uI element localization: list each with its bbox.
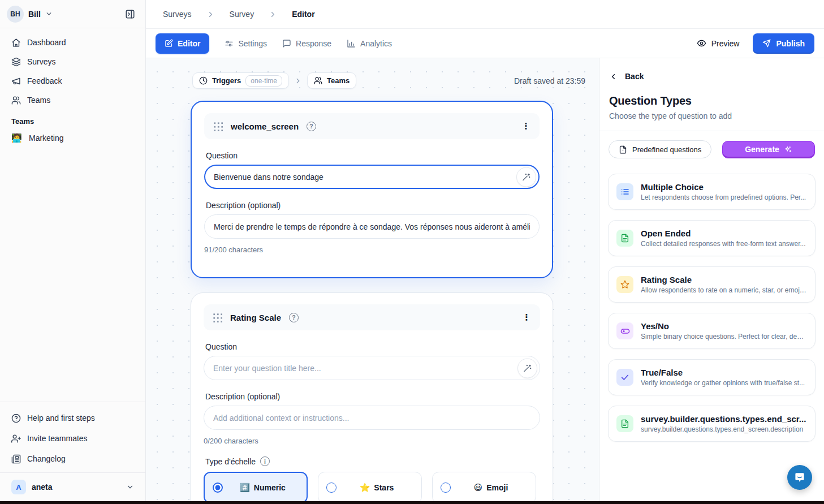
sidebar-item-label: Feedback xyxy=(27,76,62,85)
question-type-end-screen[interactable]: survey.builder.questions.types.end_scr..… xyxy=(608,406,816,442)
triggers-pill[interactable]: Triggers one-time xyxy=(192,72,289,89)
ai-rewrite-button[interactable] xyxy=(516,167,536,187)
breadcrumb: Surveys Survey Editor xyxy=(146,0,824,29)
question-type-open-ended[interactable]: Open Ended Collect detailed responses wi… xyxy=(608,220,816,256)
sidebar-item-label: Changelog xyxy=(27,454,66,463)
sliders-icon xyxy=(225,39,234,48)
question-type-description: Let respondents choose from predefined o… xyxy=(641,193,807,201)
eye-icon xyxy=(697,38,706,48)
ai-rewrite-button[interactable] xyxy=(517,358,537,378)
chat-widget-button[interactable] xyxy=(787,465,812,490)
tab-analytics[interactable]: Analytics xyxy=(347,39,392,48)
sidebar-item-label: Dashboard xyxy=(27,38,66,47)
help-circle-icon xyxy=(11,413,21,423)
back-button[interactable]: Back xyxy=(599,58,824,81)
radio-icon[interactable] xyxy=(326,483,336,493)
radio-icon[interactable] xyxy=(441,483,451,493)
question-type-true-false[interactable]: True/False Verify knowledge or gather op… xyxy=(608,359,816,395)
clock-icon xyxy=(199,76,208,85)
account-menu[interactable]: A aneta xyxy=(7,473,139,501)
layers-icon xyxy=(11,57,21,67)
question-type-rating-scale[interactable]: Rating Scale Allow respondents to rate o… xyxy=(608,266,816,303)
description-input[interactable] xyxy=(213,413,530,423)
scale-option-emoji[interactable]: 😃 Emoji xyxy=(432,472,536,503)
scale-option-numeric[interactable]: #️⃣ Numeric xyxy=(204,472,308,503)
question-input[interactable] xyxy=(213,364,510,373)
sidebar-item-label: Surveys xyxy=(27,57,56,66)
drag-handle-icon[interactable] xyxy=(213,121,223,131)
description-input-wrap xyxy=(204,406,540,430)
question-type-yes-no[interactable]: Yes/No Simple binary choice questions. P… xyxy=(608,313,816,349)
card-header[interactable]: welcome_screen xyxy=(204,113,540,139)
char-count: 91/200 characters xyxy=(204,245,540,254)
tab-editor[interactable]: Editor xyxy=(156,33,209,54)
question-type-title: Open Ended xyxy=(641,229,807,238)
question-type-title: survey.builder.questions.types.end_scr..… xyxy=(641,414,807,424)
collapse-sidebar-button[interactable] xyxy=(122,6,139,23)
breadcrumb-survey[interactable]: Survey xyxy=(230,10,254,19)
sidebar-item-changelog[interactable]: Changelog xyxy=(7,449,139,469)
smiley-emoji-icon: 😃 xyxy=(474,483,483,493)
publish-label: Publish xyxy=(776,39,805,48)
tab-response[interactable]: Response xyxy=(282,39,331,48)
question-type-title: True/False xyxy=(641,368,807,377)
sidebar-item-surveys[interactable]: Surveys xyxy=(7,52,139,71)
send-icon xyxy=(762,39,771,48)
radio-checked-icon[interactable] xyxy=(213,483,223,493)
sidebar-item-teams[interactable]: Teams xyxy=(7,91,139,110)
tab-label: Settings xyxy=(238,39,267,48)
sidebar-item-help[interactable]: Help and first steps xyxy=(7,408,139,428)
panel-subtitle: Choose the type of question to add xyxy=(599,111,824,120)
preview-button[interactable]: Preview xyxy=(697,38,740,48)
question-type-multiple-choice[interactable]: Multiple Choice Let respondents choose f… xyxy=(608,174,816,210)
chevron-right-icon xyxy=(294,77,302,85)
kebab-menu-icon[interactable] xyxy=(521,121,531,131)
question-label: Question xyxy=(206,151,538,160)
window-edge xyxy=(0,501,824,504)
rating-scale-card[interactable]: Rating Scale Question Description (optio… xyxy=(191,292,553,504)
welcome-screen-card[interactable]: welcome_screen Question Description (opt… xyxy=(191,101,553,278)
description-input[interactable] xyxy=(214,222,530,231)
predefined-questions-button[interactable]: Predefined questions xyxy=(609,140,711,158)
breadcrumb-surveys[interactable]: Surveys xyxy=(163,10,192,19)
info-icon[interactable] xyxy=(260,456,270,466)
scale-option-stars[interactable]: ⭐ Stars xyxy=(318,472,422,503)
chat-bubble-icon xyxy=(793,471,806,484)
file-text-icon xyxy=(616,230,633,247)
sidebar-item-invite[interactable]: Invite teammates xyxy=(7,428,139,449)
teams-pill[interactable]: Teams xyxy=(307,72,356,89)
question-type-description: survey.builder.questions.types.end_scree… xyxy=(641,425,807,433)
editor-toolbar: Editor Settings Response Analytics Previ… xyxy=(146,29,824,58)
question-input-wrap xyxy=(204,356,540,380)
scale-type-options: #️⃣ Numeric ⭐ Stars 😃 Emoji xyxy=(204,472,540,503)
sidebar-item-marketing[interactable]: 🧑‍💻 Marketing xyxy=(7,128,139,148)
description-label: Description (optional) xyxy=(205,392,538,401)
wand-sparkles-icon xyxy=(522,173,530,181)
sidebar-item-label: Teams xyxy=(27,96,50,105)
question-type-description: Collect detailed responses with free-for… xyxy=(641,240,807,248)
user-plus-icon xyxy=(11,434,21,443)
publish-button[interactable]: Publish xyxy=(753,33,814,54)
sidebar-item-feedback[interactable]: Feedback xyxy=(7,71,139,91)
file-question-icon xyxy=(619,145,627,154)
generate-button[interactable]: Generate xyxy=(722,141,815,158)
question-input[interactable] xyxy=(214,173,509,182)
kebab-menu-icon[interactable] xyxy=(521,312,532,322)
tab-label: Analytics xyxy=(360,39,392,48)
sidebar-item-label: Marketing xyxy=(29,133,63,143)
drag-handle-icon[interactable] xyxy=(212,312,222,322)
sidebar-footer: Help and first steps Invite teammates Ch… xyxy=(0,402,145,501)
pencil-square-icon xyxy=(165,39,173,48)
question-types-panel: Back Question Types Choose the type of q… xyxy=(599,58,824,504)
card-header[interactable]: Rating Scale xyxy=(204,304,540,330)
help-circle-icon[interactable] xyxy=(307,122,316,131)
tab-settings[interactable]: Settings xyxy=(225,39,267,48)
chevron-right-icon xyxy=(206,10,215,19)
home-icon xyxy=(11,38,21,48)
back-label: Back xyxy=(625,72,644,81)
sidebar-item-dashboard[interactable]: Dashboard xyxy=(7,33,139,52)
help-circle-icon[interactable] xyxy=(289,313,299,322)
workspace-switcher[interactable]: BH Bill xyxy=(0,0,145,28)
scale-option-label: Numeric xyxy=(254,483,286,492)
predefined-questions-label: Predefined questions xyxy=(632,145,701,154)
